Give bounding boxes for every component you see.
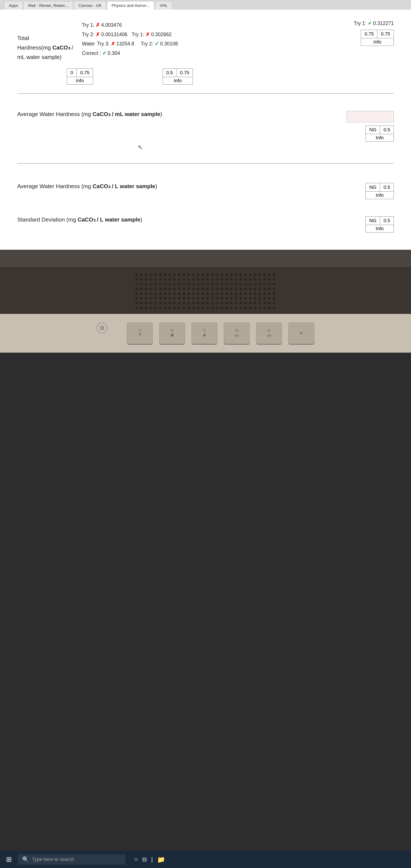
key-f6[interactable]: f6 [288, 322, 314, 344]
section3-label: Standard Deviation (mg CaCO₃ / L water s… [17, 216, 142, 223]
tab-bar: Apps Mail - Renier, Rebec... Canvas - UK… [0, 0, 411, 10]
grid1-val1: 0 [67, 68, 77, 77]
try2b-val: 0.30106 [160, 41, 178, 46]
grid2-val1: 0.5 [163, 68, 176, 77]
info-2: Info [366, 191, 394, 199]
widgets-icon[interactable]: ⊟ [142, 856, 147, 863]
try2-label: Try 2: [82, 32, 94, 37]
try1b-label: Try 1: [131, 32, 144, 37]
tries-text-block: Try 1: ✗ 4.003476 Try 2: ✗ 0.00131406 Tr… [82, 21, 178, 58]
grid2-val2: 0.75 [176, 68, 193, 77]
tab-mail[interactable]: Mail - Renier, Rebec... [24, 1, 73, 10]
try3-val: 13254.8 [116, 41, 134, 46]
score-1: 0.5 [380, 125, 394, 134]
score-grid-2: 0.5 0.75 Info [163, 68, 193, 85]
divider-1 [17, 93, 394, 94]
laptop-bezel-bottom [0, 250, 411, 267]
try1-val: 4.003476 [101, 22, 122, 28]
key-f2[interactable]: f2 ✲ [159, 322, 185, 344]
ng-grid-1: NG 0.5 Info [365, 125, 394, 142]
grid1-info: Info [67, 77, 93, 84]
try1c-result: Try 1: ✓ 0.312271 [354, 21, 394, 26]
correct-val: 0.304 [108, 51, 120, 56]
grid3-info: Info [361, 38, 394, 46]
power-icon[interactable]: ⏻ [97, 322, 108, 333]
grid2-container: 0.5 0.75 Info [163, 68, 193, 85]
taskbar-icons: ○ ⊟ | 📁 [134, 856, 165, 863]
try1-x: ✗ [96, 22, 100, 28]
grid3-val2: 0.75 [377, 30, 394, 38]
correct-label: Correct : [82, 51, 101, 56]
key-f3[interactable]: f3 ✳ [192, 322, 217, 344]
search-icon: 🔍 [22, 856, 29, 863]
key-f5[interactable]: f5 ▭ [256, 322, 282, 344]
main-content: Total Hardness(mg CaCO₃ / mL water sampl… [0, 10, 411, 250]
ng-grid-3: NG 0.5 Info [365, 216, 394, 232]
try3-label: Try 3: [97, 41, 110, 46]
score-2: 0.5 [380, 183, 394, 191]
file-explorer-icon[interactable]: 📁 [157, 856, 165, 863]
water-label: Water [82, 39, 95, 49]
score-3: 0.5 [380, 216, 394, 225]
correct-check: ✓ [102, 51, 107, 56]
section1-label: Average Water Hardness (mg CaCO₃ / mL wa… [17, 111, 162, 118]
score-grid-1: 0 0.75 Info [67, 68, 93, 85]
try2b-check: ✓ [155, 41, 159, 46]
taskbar: ⊞ 🔍 Type here to search ○ ⊟ | 📁 [0, 851, 411, 868]
total-hardness-label: Total Hardness(mg CaCO₃ / mL water sampl… [17, 33, 73, 62]
ng-label-2: NG [366, 183, 380, 191]
tab-apps[interactable]: Apps [4, 1, 23, 10]
task-view-icon[interactable]: ○ [134, 856, 138, 863]
score-grid-3: 0.75 0.75 Info [361, 30, 394, 46]
taskbar-search-bar[interactable]: 🔍 Type here to search [18, 855, 125, 865]
ng-grid-2: NG 0.5 Info [365, 183, 394, 199]
laptop-speaker-area [0, 267, 411, 314]
keyboard-area: ⏻ f1 ? f2 ✲ f3 ✳ f4 ▭ f5 ▭ f6 [0, 314, 411, 352]
taskbar-search-text: Type here to search [32, 857, 74, 862]
info-3: Info [366, 225, 394, 232]
divider-2 [17, 163, 394, 164]
try1b-val: 0.302662 [151, 32, 172, 37]
tab-canvas[interactable]: Canvas - UK [74, 1, 106, 10]
try1b-x: ✗ [146, 32, 150, 37]
grid1-container: 0 0.75 Info [67, 68, 93, 85]
try2b-label: Try 2: [141, 41, 153, 46]
separator-icon: | [151, 856, 153, 863]
ng-label-3: NG [366, 216, 380, 225]
try1-label: Try 1: [82, 22, 94, 28]
grid3-val1: 0.75 [361, 30, 377, 38]
screen-wrapper: Apps Mail - Renier, Rebec... Canvas - UK… [0, 0, 411, 250]
section2-label: Average Water Hardness (mg CaCO₃ / L wat… [17, 183, 157, 190]
answer-input-1[interactable] [346, 111, 394, 123]
windows-start-button[interactable]: ⊞ [4, 854, 13, 865]
grid1-val2: 0.75 [77, 68, 93, 77]
cursor-area: ↖ [17, 148, 394, 155]
cursor-icon: ↖ [138, 144, 143, 151]
ng-label-1: NG [366, 125, 380, 134]
try2-val: 0.00131406 [101, 32, 127, 37]
try3-x: ✗ [111, 41, 115, 46]
try2-x: ✗ [96, 32, 100, 37]
key-f1[interactable]: f1 ? [127, 322, 153, 344]
key-f4[interactable]: f4 ▭ [224, 322, 249, 344]
grid2-info: Info [163, 77, 193, 84]
info-1: Info [366, 134, 394, 142]
tab-physics[interactable]: Physics and Astron... [107, 1, 154, 10]
tab-vhl[interactable]: VHL [155, 1, 172, 10]
